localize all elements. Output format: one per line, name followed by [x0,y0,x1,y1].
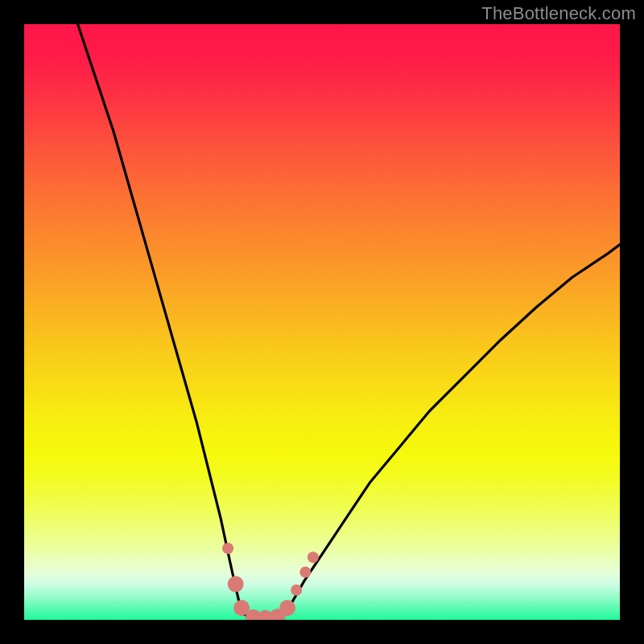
bottleneck-curve [24,24,620,620]
curve-marker [228,576,244,592]
curve-marker [279,600,295,616]
curve-marker [291,584,302,596]
bottleneck-path [78,24,620,619]
curve-marker [222,543,233,554]
curve-marker [308,551,319,563]
watermark-text: TheBottleneck.com [481,3,636,24]
chart-frame: TheBottleneck.com [0,0,644,644]
plot-area [24,24,620,620]
curve-marker [299,567,311,578]
